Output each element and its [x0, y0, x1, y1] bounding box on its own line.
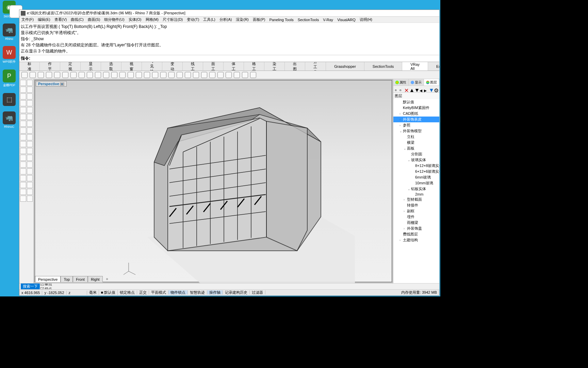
- tool-btn[interactable]: [27, 107, 33, 113]
- layer-item[interactable]: ›型材截面: [393, 197, 439, 202]
- tool-icon[interactable]: [193, 72, 199, 78]
- status-toggle[interactable]: 平面模式: [149, 290, 168, 294]
- tab-subd-tools[interactable]: 细分工具 00: [305, 62, 326, 71]
- tool-icon[interactable]: [79, 72, 85, 78]
- menu-view[interactable]: 查看(V): [54, 17, 68, 22]
- tool-btn[interactable]: [20, 80, 26, 86]
- tool-btn[interactable]: [27, 121, 33, 127]
- expand-icon[interactable]: ›: [399, 124, 403, 127]
- tab-mesh-tools[interactable]: 网格工具: [244, 62, 264, 71]
- tool-btn[interactable]: [27, 141, 33, 147]
- tool-btn[interactable]: [27, 134, 33, 140]
- tab-display[interactable]: 显示: [409, 79, 424, 86]
- expand-icon[interactable]: ›: [399, 239, 403, 242]
- desktop-icon[interactable]: ⬚: [1, 93, 17, 106]
- tab-select[interactable]: 选取: [101, 62, 121, 71]
- vp-tab-top[interactable]: Top: [61, 276, 73, 282]
- vp-tab-add[interactable]: ✶: [103, 276, 111, 282]
- tool-btn[interactable]: [20, 189, 26, 195]
- expand-icon[interactable]: ›: [399, 112, 403, 116]
- tab-curve-tools[interactable]: 曲线工具: [183, 62, 203, 71]
- tool-btn[interactable]: [27, 189, 33, 195]
- expand-icon[interactable]: ›: [404, 227, 407, 230]
- tool-icon[interactable]: [119, 72, 126, 78]
- viewport-dropdown-icon[interactable]: ▾: [60, 82, 64, 86]
- expand-icon[interactable]: ⌄: [408, 187, 411, 191]
- tab-standard[interactable]: 标准: [19, 62, 40, 71]
- tool-icon[interactable]: [70, 72, 77, 78]
- tool-icon[interactable]: [234, 72, 240, 78]
- tool-btn[interactable]: [20, 148, 26, 154]
- tool-btn[interactable]: [20, 196, 26, 202]
- tool-icon[interactable]: [250, 72, 256, 78]
- tool-btn[interactable]: [27, 80, 33, 86]
- menu-render[interactable]: 渲染(R): [235, 17, 249, 22]
- menu-mesh[interactable]: 网格(M): [145, 17, 160, 22]
- tab-layers[interactable]: 图层: [424, 79, 439, 86]
- tool-btn[interactable]: [27, 196, 33, 202]
- menu-visualarq[interactable]: VisualARQ: [337, 18, 356, 22]
- expand-icon[interactable]: ⌄: [404, 147, 407, 150]
- tool-btn[interactable]: [20, 141, 26, 147]
- tab-sectiontools[interactable]: SectionTools: [364, 62, 402, 71]
- layer-item[interactable]: 埋件: [393, 214, 439, 220]
- tab-surface-tools[interactable]: 曲面工具: [203, 62, 224, 71]
- tab-cplane[interactable]: 工作平面: [40, 62, 60, 71]
- menu-help[interactable]: 说明(H): [359, 17, 373, 22]
- menu-analyze[interactable]: 分析(A): [219, 17, 233, 22]
- layer-item[interactable]: 立柱: [393, 134, 439, 140]
- new-layer-icon[interactable]: ▫: [395, 87, 398, 91]
- layer-item[interactable]: ›土建结构: [393, 237, 439, 243]
- tool-btn[interactable]: [27, 114, 33, 120]
- new-sublayer-icon[interactable]: ▫: [399, 87, 403, 91]
- tool-btn[interactable]: [27, 155, 33, 161]
- tools-icon[interactable]: ⚙: [434, 87, 438, 91]
- layer-item[interactable]: ›CAD图纸: [393, 111, 439, 117]
- layer-item[interactable]: 8+12+8玻璃实体: [393, 163, 439, 169]
- tab-transform[interactable]: 变动: [162, 62, 183, 71]
- tool-btn[interactable]: [20, 114, 26, 120]
- tool-icon[interactable]: [38, 72, 44, 78]
- layer-item[interactable]: ⌄面板: [393, 145, 439, 151]
- status-toggle[interactable]: 智慧轨迹: [188, 290, 207, 294]
- tool-btn[interactable]: [20, 127, 26, 134]
- status-units[interactable]: 毫米: [87, 290, 99, 295]
- expand-icon[interactable]: ›: [404, 198, 407, 201]
- status-toggle[interactable]: 正交: [137, 290, 149, 294]
- tool-btn[interactable]: [20, 175, 26, 181]
- layer-item[interactable]: 6mm玻璃: [393, 174, 439, 180]
- tab-visibility[interactable]: 可见性: [142, 62, 162, 71]
- menu-section[interactable]: SectionTools: [297, 18, 320, 22]
- tool-btn[interactable]: [27, 93, 33, 99]
- tool-btn[interactable]: [27, 168, 33, 174]
- menu-edit[interactable]: 编辑(E): [37, 17, 51, 22]
- tab-solid-tools[interactable]: 实体工具: [224, 62, 244, 71]
- tab-display[interactable]: 显示: [81, 62, 101, 71]
- tool-btn[interactable]: [20, 134, 26, 140]
- tool-icon[interactable]: [62, 72, 68, 78]
- tool-btn[interactable]: [20, 100, 26, 106]
- layer-item[interactable]: ⌄铝板实体: [393, 186, 439, 192]
- tool-btn[interactable]: [27, 87, 33, 93]
- layer-tree[interactable]: 默认值KettyBIM紧固件›CAD图纸›外装饰表皮›参照⌄外装饰模型立柱横梁⌄…: [393, 99, 439, 283]
- menu-surface[interactable]: 曲面(S): [87, 17, 101, 22]
- layer-item[interactable]: ⌄玻璃实体: [393, 157, 439, 163]
- layer-item[interactable]: 横梁: [393, 140, 439, 145]
- vp-tab-right[interactable]: Right: [88, 276, 103, 282]
- menu-solid[interactable]: 实体(O): [128, 17, 142, 22]
- tab-properties[interactable]: 属性: [393, 79, 409, 86]
- tool-icon[interactable]: [226, 72, 232, 78]
- command-input[interactable]: [31, 56, 438, 61]
- osnap-item[interactable]: 垂点: [40, 283, 56, 287]
- tool-icon[interactable]: [201, 72, 207, 78]
- expand-icon[interactable]: ›: [399, 118, 403, 121]
- checkbox-icon[interactable]: [40, 283, 44, 286]
- desktop-icon[interactable]: 🦏Rhino: [1, 24, 17, 41]
- tool-icon[interactable]: [168, 72, 175, 78]
- layer-item[interactable]: 费线图层: [393, 231, 439, 237]
- tab-viewport[interactable]: 工作视窗配置: [121, 62, 142, 71]
- tool-btn[interactable]: [20, 162, 26, 168]
- layer-item[interactable]: ›参照: [393, 122, 439, 128]
- layer-item[interactable]: 默认值: [393, 99, 439, 105]
- next-icon[interactable]: ▸: [424, 87, 428, 91]
